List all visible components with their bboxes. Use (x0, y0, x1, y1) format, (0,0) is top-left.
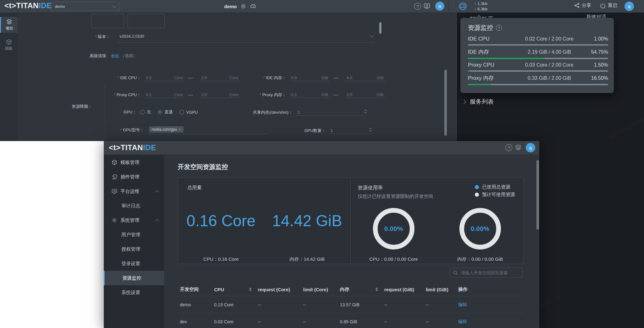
monitor-row-pct: 1.00% (584, 36, 608, 42)
version-label: 版本： (79, 34, 110, 40)
gpu-option-passthrough-label[interactable]: 直通 (164, 109, 173, 115)
quota-row-2: Proxy CPU： 0.1Core — 2.0Core Proxy 内存： 0… (109, 92, 386, 98)
gpu-option-none-label[interactable]: 无 (147, 109, 151, 115)
advanced-label: 高级选项: (90, 53, 107, 58)
admin-scrollbar-thumb[interactable] (536, 160, 539, 230)
cell-request-gib: -- (384, 319, 426, 324)
monitor-row-usage: 0.33 GiB / 2.00 GiB (515, 75, 584, 81)
sidebar-item-user-mgmt[interactable]: 用户管理 (104, 227, 164, 242)
power-icon (600, 3, 606, 8)
ide-mem-max-input[interactable]: 4.0GiB (345, 75, 386, 81)
gpu-model-input[interactable]: nvidia.com/gpu× (147, 126, 268, 134)
gpu-radio-none[interactable] (140, 110, 145, 114)
edit-link[interactable]: 编辑 (458, 319, 524, 325)
advanced-suffix: （选填） (121, 53, 137, 58)
progress-bar (468, 84, 608, 85)
stepper-icon[interactable] (364, 109, 366, 113)
help-icon[interactable]: ? (505, 144, 512, 151)
gpu-count-input[interactable]: 1 (329, 128, 372, 134)
cell-cpu: 0.03 Core (214, 319, 258, 324)
workspace-monitor-icon[interactable] (424, 3, 430, 9)
version-value[interactable]: v2024.2.0330 (119, 34, 144, 39)
remove-tag-icon[interactable]: × (179, 127, 181, 132)
topbar-divider (448, 0, 449, 13)
advanced-collapse-link[interactable]: 收起 (111, 53, 119, 58)
share-label: 分享 (582, 3, 591, 8)
stats-panels: 总用量 0.16 Core 14.42 GiB CPU：0.16 Core 内存… (178, 178, 524, 264)
shm-group: 共享内存(/dev/shm)： 1 (253, 109, 367, 116)
workspace-select[interactable]: demo (51, 2, 119, 11)
col-mem[interactable]: 内存 (340, 287, 384, 292)
cell-mem: 0.85 GiB (340, 319, 384, 324)
titanide-logo: <t>TITANIDE (109, 143, 156, 152)
sidebar-item-plugin-mgmt[interactable]: 插件管理 (104, 170, 164, 184)
sidebar-item-label: 插件管理 (120, 174, 139, 180)
sidebar-item-system-settings[interactable]: 系统设置 (104, 285, 164, 300)
user-avatar[interactable]: a (435, 2, 444, 11)
legend-item-available[interactable]: 预计可使用资源 (475, 192, 515, 198)
legend-item-used[interactable]: 已使用总资源 (475, 184, 515, 190)
logo-titan: TITAN (16, 1, 39, 10)
cell-request-gib: -- (384, 302, 426, 307)
progress-bar (468, 44, 608, 46)
sidebar-item-platform-ops[interactable]: 平台运维 (104, 184, 164, 199)
rail-item-template[interactable]: 模板 (0, 37, 18, 53)
user-avatar-right[interactable]: a (625, 2, 634, 11)
services-row[interactable]: 服务列表 (458, 95, 644, 109)
ide-cpu-max-input[interactable]: 2.0Core (199, 75, 240, 81)
share-button[interactable]: 分享 (574, 3, 591, 8)
col-limit-core: limit (Core) (303, 287, 340, 292)
gpu-radio-passthrough[interactable] (158, 110, 162, 114)
shm-input[interactable]: 1 (296, 109, 367, 116)
gpu-radio-vgpu[interactable] (180, 110, 184, 114)
edit-link[interactable]: 编辑 (458, 302, 524, 308)
sidebar-item-resource-monitor[interactable]: 资源监控 (104, 271, 164, 285)
sort-icon[interactable] (375, 287, 378, 291)
version-chevron-down-icon[interactable] (370, 33, 374, 37)
cell-workspace: demo (178, 302, 214, 307)
sidebar-item-login-settings[interactable]: 登录设置 (104, 256, 164, 271)
window-scrollbar-thumb[interactable] (444, 70, 447, 136)
rail-item-project[interactable]: 项目 (0, 17, 18, 33)
search-input[interactable] (460, 270, 518, 276)
help-icon[interactable]: ? (414, 3, 421, 10)
sidebar-item-label: 审计日志 (121, 203, 140, 209)
ide-mem-min-input[interactable]: 0.5GiB (289, 75, 330, 81)
gpu-model-tag[interactable]: nvidia.com/gpu× (149, 126, 184, 133)
layers-icon[interactable] (515, 144, 522, 151)
proxy-mem-max-input[interactable]: 2.0GiB (345, 92, 386, 98)
user-avatar[interactable]: a (526, 143, 535, 152)
sidebar-item-system-mgmt[interactable]: 系统管理 (104, 213, 164, 227)
chevron-down-icon (112, 4, 116, 8)
stepper-icon[interactable] (369, 127, 371, 131)
resource-gauge-icon[interactable] (459, 2, 467, 10)
ide-cpu-min-input[interactable]: 0.5Core (144, 75, 185, 81)
topbar-center: demo (224, 0, 256, 13)
col-cpu[interactable]: CPU (214, 287, 258, 292)
gpu-option-vgpu-label[interactable]: VGPU (186, 110, 198, 115)
settings-gear-icon[interactable] (241, 3, 246, 9)
workspace-search[interactable] (450, 268, 523, 278)
ide-topbar: <t>TITANIDE demo demo ? a (0, 0, 644, 13)
proxy-cpu-max-input[interactable]: 2.0Core (199, 92, 240, 98)
sidebar-item-auth-mgmt[interactable]: 授权管理 (104, 242, 164, 256)
ide-mem-label: IDE 内存： (252, 75, 286, 81)
proxy-cpu-min-input[interactable]: 0.1Core (144, 92, 185, 98)
chevron-up-icon (155, 219, 159, 223)
sidebar-item-template-mgmt[interactable]: 模板管理 (104, 155, 164, 170)
range-dash: — (188, 92, 193, 98)
monitor-row: IDE CPU 0.02 Core / 2.00 Core 1.00% (468, 36, 608, 46)
proxy-mem-min-input[interactable]: 0.1GiB (289, 92, 330, 98)
form-scrollbar-thumb[interactable] (379, 22, 381, 34)
layers-icon (6, 19, 12, 25)
cpu-donut-ring: 0.00% (373, 208, 414, 249)
performance-gauge-icon[interactable] (250, 3, 256, 9)
cell-cpu: 0.13 Core (214, 302, 258, 307)
sort-icon[interactable] (249, 287, 252, 291)
help-icon[interactable]: ? (496, 25, 502, 31)
image-card-partial[interactable] (128, 14, 165, 28)
restart-button[interactable]: 重启 (600, 3, 617, 8)
sidebar-item-audit-log[interactable]: 审计日志 (104, 199, 164, 213)
logo-ide: IDE (143, 143, 156, 152)
image-card-partial[interactable] (91, 14, 124, 28)
